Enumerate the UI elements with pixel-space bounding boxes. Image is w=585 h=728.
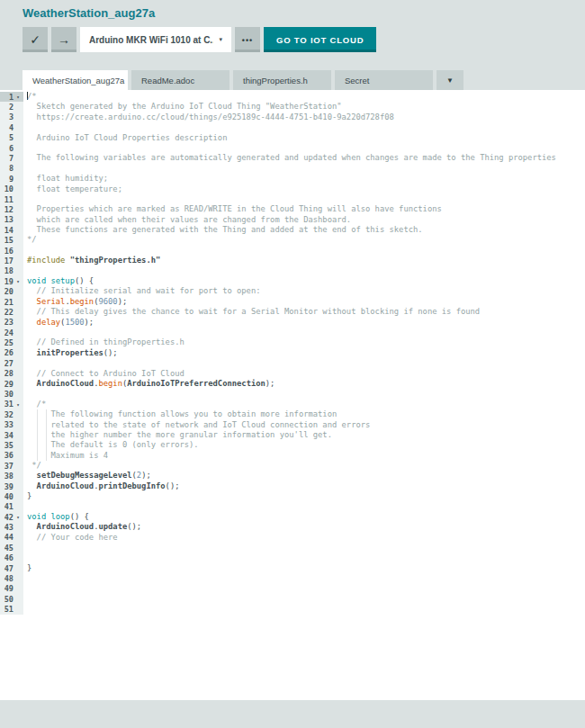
code-line[interactable]: [23, 328, 585, 337]
fold-arrow-icon[interactable]: ▾: [14, 94, 22, 100]
gutter-line[interactable]: 8: [0, 164, 23, 174]
code-line[interactable]: [23, 594, 585, 604]
code-line[interactable]: ArduinoCloud.begin(ArduinoIoTPreferredCo…: [23, 379, 585, 389]
more-options-button[interactable]: •••: [235, 27, 260, 52]
code-line[interactable]: [23, 584, 585, 594]
code-line[interactable]: [23, 543, 585, 553]
code-line[interactable]: [23, 553, 585, 563]
code-line[interactable]: Sketch generated by the Arduino IoT Clou…: [23, 102, 585, 112]
upload-button[interactable]: →: [51, 27, 76, 52]
gutter-line[interactable]: 33: [0, 420, 23, 430]
fold-arrow-icon[interactable]: ▾: [14, 401, 22, 408]
board-selector[interactable]: Arduino MKR WiFi 1010 at C... ▾: [80, 27, 231, 52]
code-line[interactable]: void loop() {: [23, 512, 585, 522]
code-line[interactable]: void setup() {: [23, 276, 585, 286]
gutter-line[interactable]: 11: [0, 194, 23, 204]
gutter-line[interactable]: 44: [0, 533, 23, 543]
code-line[interactable]: Serial.begin(9600);: [23, 297, 585, 307]
code-line[interactable]: float humidity;: [23, 174, 585, 184]
code-line[interactable]: These functions are generated with the T…: [23, 225, 585, 235]
gutter-line[interactable]: 14: [0, 225, 23, 235]
code-line[interactable]: The following variables are automaticall…: [23, 153, 585, 163]
code-line[interactable]: */: [23, 461, 585, 471]
gutter-line[interactable]: 27: [0, 358, 23, 368]
gutter-line[interactable]: 43: [0, 522, 23, 532]
code-line[interactable]: // Your code here: [23, 533, 585, 543]
gutter-line[interactable]: 40: [0, 491, 23, 501]
code-line[interactable]: The following function allows you to obt…: [23, 409, 585, 419]
code-line[interactable]: [23, 122, 585, 132]
gutter-line[interactable]: 48: [0, 573, 23, 583]
code-line[interactable]: [23, 246, 585, 256]
gutter-line[interactable]: 19▾: [0, 276, 23, 286]
gutter-line[interactable]: 20: [0, 286, 23, 296]
gutter-line[interactable]: 3: [0, 112, 23, 122]
gutter-line[interactable]: 28: [0, 369, 23, 379]
editor-tab[interactable]: ReadMe.adoc: [131, 70, 230, 90]
code-line[interactable]: */: [23, 235, 585, 245]
code-line[interactable]: [23, 389, 585, 399]
gutter-line[interactable]: 6: [0, 143, 23, 153]
code-line[interactable]: [23, 502, 585, 512]
code-line[interactable]: // Connect to Arduino IoT Cloud: [23, 369, 585, 379]
code-line[interactable]: // Defined in thingProperties.h: [23, 337, 585, 347]
code-line[interactable]: The default is 0 (only errors).: [23, 440, 585, 450]
gutter-line[interactable]: 2: [0, 102, 23, 112]
gutter-line[interactable]: 24: [0, 328, 23, 337]
gutter-line[interactable]: 34: [0, 430, 23, 440]
code-line[interactable]: Arduino IoT Cloud Properties description: [23, 133, 585, 143]
code-line[interactable]: https://create.arduino.cc/cloud/things/e…: [23, 112, 585, 122]
editor-tab[interactable]: Secret: [335, 70, 433, 90]
gutter-line[interactable]: 23: [0, 318, 23, 328]
gutter-line[interactable]: 1▾: [0, 92, 23, 102]
code-line[interactable]: /*: [23, 400, 585, 409]
editor-tab[interactable]: thingProperties.h: [233, 70, 331, 90]
code-line[interactable]: setDebugMessageLevel(2);: [23, 471, 585, 481]
gutter-line[interactable]: 45: [0, 543, 23, 553]
code-line[interactable]: float temperature;: [23, 184, 585, 194]
code-line[interactable]: the higher number the more granular info…: [23, 430, 585, 440]
gutter-line[interactable]: 41: [0, 502, 23, 512]
code-line[interactable]: delay(1500);: [23, 318, 585, 328]
gutter-line[interactable]: 10: [0, 184, 23, 194]
code-line[interactable]: [23, 266, 585, 276]
code-line[interactable]: [23, 164, 585, 174]
gutter-line[interactable]: 39: [0, 481, 23, 491]
gutter-line[interactable]: 18: [0, 266, 23, 276]
code-line[interactable]: #include "thingProperties.h": [23, 256, 585, 265]
code-line[interactable]: // Initialize serial and wait for port t…: [23, 286, 585, 296]
tab-overflow-button[interactable]: ▼: [436, 70, 464, 90]
gutter-line[interactable]: 22: [0, 307, 23, 317]
code-line[interactable]: ArduinoCloud.printDebugInfo();: [23, 481, 585, 491]
code-line[interactable]: [23, 358, 585, 368]
gutter-line[interactable]: 37: [0, 461, 23, 471]
code-line[interactable]: initProperties();: [23, 348, 585, 358]
gutter-line[interactable]: 4: [0, 122, 23, 132]
gutter-line[interactable]: 50: [0, 594, 23, 604]
code-line[interactable]: [23, 194, 585, 204]
gutter-line[interactable]: 17: [0, 256, 23, 265]
code-line[interactable]: // This delay gives the chance to wait f…: [23, 307, 585, 317]
gutter-line[interactable]: 12: [0, 204, 23, 214]
gutter-line[interactable]: 7: [0, 153, 23, 163]
code-line[interactable]: [23, 143, 585, 153]
gutter-line[interactable]: 35: [0, 440, 23, 450]
code-line[interactable]: ArduinoCloud.update();: [23, 522, 585, 532]
gutter-line[interactable]: 15: [0, 235, 23, 245]
gutter-line[interactable]: 26: [0, 348, 23, 358]
gutter-line[interactable]: 36: [0, 451, 23, 461]
gutter-line[interactable]: 25: [0, 337, 23, 347]
code-line[interactable]: [23, 605, 585, 615]
gutter-line[interactable]: 29: [0, 379, 23, 389]
gutter-line[interactable]: 5: [0, 133, 23, 143]
verify-button[interactable]: ✓: [22, 27, 48, 52]
fold-arrow-icon[interactable]: ▾: [14, 278, 22, 284]
gutter-line[interactable]: 9: [0, 174, 23, 184]
gutter-line[interactable]: 46: [0, 553, 23, 563]
fold-arrow-icon[interactable]: ▾: [14, 514, 22, 520]
gutter-line[interactable]: 42▾: [0, 512, 23, 522]
gutter-line[interactable]: 47: [0, 563, 23, 573]
gutter-line[interactable]: 31▾: [0, 400, 23, 409]
editor-tab[interactable]: WeatherStation_aug27a: [22, 70, 128, 90]
code-line[interactable]: related to the state of network and IoT …: [23, 420, 585, 430]
